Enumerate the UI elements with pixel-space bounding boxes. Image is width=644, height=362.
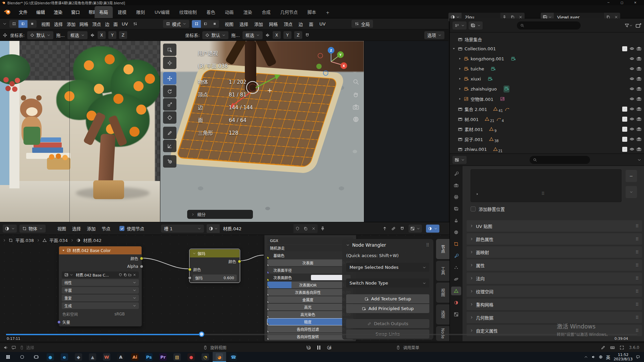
section-normals[interactable]: 法向⠿: [467, 273, 642, 284]
image-name-field[interactable]: 材质.042 Base C...: [74, 272, 117, 278]
color-output-socket[interactable]: [140, 257, 143, 260]
camera-view-icon[interactable]: [353, 104, 359, 110]
projection-dropdown[interactable]: 平展: [62, 287, 139, 294]
options-dropdown[interactable]: 选项: [424, 31, 444, 39]
render-visibility-icon[interactable]: [637, 147, 641, 152]
specular-tint-row[interactable]: 高光染色0.00: [267, 311, 353, 318]
taskbar-app-icon[interactable]: ◔: [199, 352, 212, 362]
unlink-icon[interactable]: [133, 273, 136, 277]
tool-move[interactable]: [163, 72, 176, 84]
properties-search-input[interactable]: [530, 156, 590, 164]
taskbar-app-icon[interactable]: e: [58, 352, 71, 362]
tab-scene[interactable]: [451, 216, 461, 225]
edge-select-toggle[interactable]: [201, 20, 210, 28]
gamma-input-socket[interactable]: [188, 276, 192, 280]
viewport-menu-item[interactable]: UV: [120, 20, 130, 28]
viewport-menu-item[interactable]: 添加: [251, 19, 266, 28]
outliner-filter-type-dropdown[interactable]: [469, 21, 483, 29]
shader-type-dropdown[interactable]: 物体: [19, 225, 46, 233]
rest-position-row[interactable]: 添加静置位置: [471, 206, 505, 212]
maximize-button[interactable]: ▢: [615, 1, 629, 4]
active-tool-icon[interactable]: [3, 33, 7, 38]
pan-icon[interactable]: [353, 91, 359, 98]
render-visibility-icon[interactable]: [637, 117, 641, 121]
checkbox-icon[interactable]: [471, 206, 476, 212]
image-texture-node[interactable]: 材质.042 Base Color 颜色 Alpha 材质.042 Base C…: [59, 246, 142, 326]
tab-physics[interactable]: [451, 275, 461, 284]
axis-y-button[interactable]: Y: [283, 31, 291, 39]
outliner-row[interactable]: zhaishuiguo: [458, 84, 643, 94]
workspace-tab[interactable]: UV编辑: [150, 6, 174, 18]
viewport-menu-item[interactable]: 顶点: [90, 19, 103, 28]
image-node-header[interactable]: 材质.042 Base Color: [59, 246, 142, 254]
eye-icon[interactable]: [630, 66, 634, 71]
viewport-menu-item[interactable]: 网格: [266, 19, 281, 28]
left-viewport-canvas[interactable]: [0, 41, 160, 222]
material-browse-button[interactable]: [207, 224, 220, 233]
switch-node-type-dropdown[interactable]: Switch Node Type: [346, 279, 429, 288]
colorspace-row[interactable]: 色彩空间sRGB: [59, 310, 142, 318]
workspace-tab[interactable]: +: [321, 7, 334, 18]
tab-world[interactable]: [451, 228, 461, 237]
taskbar-app-icon[interactable]: ◕: [213, 352, 226, 362]
breadcrumb-mesh[interactable]: 平面.034: [49, 237, 68, 243]
add-principled-setup-button[interactable]: Add Principled Setup: [346, 304, 429, 313]
viewport-menu-item[interactable]: 顶点: [281, 19, 296, 28]
coord-dropdown[interactable]: 默认: [202, 31, 228, 39]
area-split-line[interactable]: [69, 41, 70, 222]
new-collection-icon[interactable]: [635, 22, 641, 28]
outliner-row[interactable]: Collection.001: [452, 44, 643, 53]
color-output-socket[interactable]: [238, 260, 241, 263]
outliner-row[interactable]: 房子.00138: [452, 134, 643, 144]
eye-icon[interactable]: [630, 76, 634, 81]
tab-node-en[interactable]: Node: [436, 326, 449, 341]
zoom-icon[interactable]: [353, 78, 359, 85]
filter-icon[interactable]: [625, 23, 629, 28]
tool-annotate[interactable]: [163, 127, 176, 139]
viewport-menu-item[interactable]: 网格: [77, 19, 90, 28]
coord-dropdown[interactable]: 默认: [27, 31, 53, 39]
drag-label[interactable]: 拖...: [56, 32, 64, 38]
viewport-menu-item[interactable]: UV: [316, 20, 328, 28]
source-dropdown[interactable]: 生成: [62, 302, 139, 309]
merge-nodes-dropdown[interactable]: Merge Selected Nodes: [346, 263, 429, 272]
editor-type-dropdown[interactable]: [452, 156, 467, 164]
forward-30-button[interactable]: 30: [326, 345, 332, 350]
keyboard-icon[interactable]: [610, 345, 615, 350]
viewport-menu-item[interactable]: 添加: [65, 19, 77, 28]
menu-item[interactable]: 渲染: [50, 7, 66, 17]
tab-texture[interactable]: [451, 310, 461, 319]
vertex-select-toggle[interactable]: [192, 20, 201, 28]
list-menu-button[interactable]: [626, 186, 637, 198]
pin-icon[interactable]: [320, 226, 325, 231]
tab-output[interactable]: [451, 193, 461, 201]
minimize-button[interactable]: ─: [602, 1, 615, 4]
mirror-icon[interactable]: [90, 33, 95, 38]
taskbar-app-icon[interactable]: ▲: [86, 352, 99, 362]
operator-panel[interactable]: 细分: [187, 210, 253, 219]
subsurface-radius-row[interactable]: 次表面半径: [267, 267, 353, 274]
tab-particles[interactable]: [451, 263, 461, 272]
editor-type-chevron-icon[interactable]: [3, 22, 7, 26]
render-visibility-icon[interactable]: [637, 127, 641, 131]
section-face-maps[interactable]: 面映射⠿: [467, 246, 642, 258]
workspace-tab[interactable]: 纹理绘制: [174, 6, 201, 18]
color-input-socket[interactable]: [188, 268, 192, 271]
viewport-sidebar-empty[interactable]: [364, 41, 448, 222]
annotate-icon[interactable]: [601, 345, 605, 350]
section-remesh[interactable]: 重构网格⠿: [467, 299, 642, 310]
breadcrumb-object[interactable]: 平面.038: [15, 237, 34, 243]
outliner-row[interactable]: zhiwu.00121: [452, 144, 643, 154]
axis-x-button[interactable]: X: [273, 31, 281, 39]
taskbar-app-icon[interactable]: Ai: [128, 352, 142, 362]
mirror-icon[interactable]: [265, 33, 270, 38]
display-mode-dropdown[interactable]: [452, 21, 467, 29]
tray-expand-icon[interactable]: [584, 355, 588, 359]
axis-z-button[interactable]: Z: [119, 31, 127, 39]
tab-options[interactable]: 选项: [436, 304, 449, 324]
render-visibility-icon[interactable]: [637, 137, 641, 141]
eye-icon[interactable]: [630, 117, 634, 121]
tool-select-box[interactable]: [163, 44, 176, 56]
taskbar-app-icon[interactable]: ◆: [72, 352, 85, 362]
overlay-toggle[interactable]: [426, 225, 439, 233]
